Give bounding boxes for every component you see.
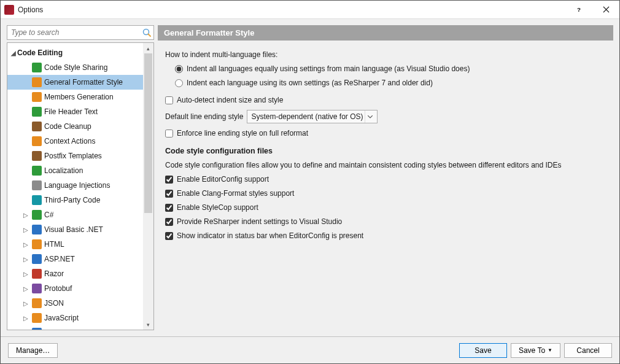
chevron-down-icon — [365, 110, 376, 123]
expand-icon[interactable]: ▷ — [22, 241, 29, 248]
svg-text:?: ? — [577, 6, 581, 13]
scroll-down-arrow[interactable]: ▾ — [143, 319, 153, 330]
resharper-indent-checkbox[interactable] — [165, 218, 173, 226]
indent-radio-2[interactable]: Indent each language using its own setti… — [165, 77, 606, 89]
tree-item[interactable]: Localization — [7, 163, 143, 178]
radio-label: Indent all languages equally using setti… — [187, 64, 470, 73]
tree-scrollbar[interactable]: ▴ ▾ — [143, 43, 153, 330]
checkbox-label: Enable Clang-Format styles support — [177, 189, 294, 198]
main-area: ◢Code EditingCode Style SharingGeneral F… — [1, 19, 619, 336]
tree-item-icon — [32, 166, 42, 176]
tree-item-icon — [32, 77, 42, 87]
tree-item-label: Third-Party Code — [44, 196, 100, 204]
tree-item-label: File Header Text — [44, 107, 98, 116]
tree-item-icon — [32, 328, 42, 330]
checkbox-label: Enable EditorConfig support — [177, 175, 269, 184]
help-icon: ? — [575, 6, 583, 14]
tree-root-label: Code Editing — [17, 48, 63, 57]
editorconfig-checkbox[interactable] — [165, 176, 173, 184]
cancel-button[interactable]: Cancel — [564, 343, 612, 358]
enforce-checkbox-row[interactable]: Enforce line ending style on full reform… — [165, 127, 606, 139]
tree-item[interactable]: ▷JavaScript — [7, 311, 143, 325]
indent-radio-1-input[interactable] — [175, 65, 183, 73]
collapse-icon[interactable]: ◢ — [10, 50, 17, 56]
scroll-track[interactable] — [143, 53, 153, 319]
expand-icon[interactable]: ▷ — [22, 227, 29, 233]
line-ending-combo[interactable]: System-dependent (native for OS) — [247, 110, 377, 123]
tree-item-icon — [32, 298, 42, 308]
tree-item[interactable]: General Formatter Style — [7, 75, 143, 90]
expand-icon[interactable]: ▷ — [22, 330, 29, 330]
indent-radio-2-input[interactable] — [175, 79, 183, 87]
autodetect-checkbox[interactable] — [165, 96, 173, 104]
window-title: Options — [18, 6, 565, 14]
tree-item[interactable]: ▷JSON — [7, 296, 143, 311]
expand-icon[interactable]: ▷ — [22, 300, 29, 307]
tree-item-label: C# — [44, 211, 53, 219]
editorconfig-checkbox-row[interactable]: Enable EditorConfig support — [165, 173, 606, 185]
close-button[interactable] — [592, 1, 619, 19]
tree-item[interactable]: ▷ASP.NET — [7, 252, 143, 266]
tree-item[interactable]: ▷Protobuf — [7, 281, 143, 296]
tree-item[interactable]: File Header Text — [7, 104, 143, 119]
tree-item-icon — [32, 151, 42, 161]
search-icon — [142, 28, 152, 37]
tree-item-icon — [32, 313, 42, 323]
expand-icon[interactable]: ▷ — [22, 285, 29, 292]
expand-icon[interactable]: ▷ — [22, 212, 29, 219]
tree-item-icon — [32, 225, 42, 234]
statusbar-indicator-checkbox[interactable] — [165, 232, 173, 240]
tree-item-icon — [32, 284, 42, 293]
search-button[interactable] — [141, 26, 153, 39]
tree-item[interactable]: Code Cleanup — [7, 119, 143, 134]
help-button[interactable]: ? — [565, 1, 592, 19]
save-button[interactable]: Save — [459, 343, 507, 358]
search-wrap — [7, 25, 154, 40]
search-input[interactable] — [7, 25, 154, 40]
tree-item[interactable]: Context Actions — [7, 134, 143, 149]
tree-item[interactable]: Code Style Sharing — [7, 60, 143, 75]
tree-root[interactable]: ◢Code Editing — [7, 45, 143, 60]
content-body: How to indent multi-language files: Inde… — [158, 41, 613, 330]
tree-item[interactable]: Language Injections — [7, 178, 143, 193]
manage-button[interactable]: Manage… — [8, 343, 58, 358]
expand-icon[interactable]: ▷ — [22, 256, 29, 263]
tree-item[interactable]: Postfix Templates — [7, 149, 143, 163]
tree-item[interactable]: ▷Visual Basic .NET — [7, 222, 143, 237]
statusbar-indicator-checkbox-row[interactable]: Show indicator in status bar when Editor… — [165, 230, 606, 242]
stylecop-checkbox[interactable] — [165, 204, 173, 212]
tree[interactable]: ◢Code EditingCode Style SharingGeneral F… — [7, 43, 143, 330]
button-label: Manage… — [16, 346, 50, 355]
tree-item-label: Razor — [44, 269, 64, 278]
tree-item-label: Localization — [44, 166, 83, 175]
stylecop-checkbox-row[interactable]: Enable StyleCop support — [165, 201, 606, 214]
tree-item-icon — [32, 269, 42, 279]
titlebar: Options ? — [1, 1, 619, 19]
tree-item[interactable]: ▷C# — [7, 207, 143, 222]
tree-item[interactable]: ▷Razor — [7, 266, 143, 281]
combo-value: System-dependent (native for OS) — [251, 112, 363, 121]
tree-item[interactable]: Third-Party Code — [7, 193, 143, 207]
indent-radio-1[interactable]: Indent all languages equally using setti… — [165, 63, 606, 75]
autodetect-checkbox-row[interactable]: Auto-detect indent size and style — [165, 94, 606, 106]
tree-item[interactable]: ▷TypeScript — [7, 325, 143, 330]
clangformat-checkbox[interactable] — [165, 190, 173, 198]
app-icon — [4, 5, 14, 15]
clangformat-checkbox-row[interactable]: Enable Clang-Format styles support — [165, 187, 606, 199]
button-label: Save — [475, 346, 491, 355]
tree-item[interactable]: Members Generation — [7, 90, 143, 104]
tree-item-label: Postfix Templates — [44, 152, 102, 160]
expand-icon[interactable]: ▷ — [22, 271, 29, 277]
scroll-thumb[interactable] — [144, 53, 152, 213]
close-icon — [603, 6, 610, 13]
button-label: Save To — [519, 346, 545, 355]
tree-item[interactable]: ▷HTML — [7, 237, 143, 252]
checkbox-label: Enforce line ending style on full reform… — [177, 129, 308, 137]
save-to-button[interactable]: Save To ▼ — [511, 343, 560, 358]
tree-item-icon — [32, 92, 42, 102]
tree-item-icon — [32, 180, 42, 190]
expand-icon[interactable]: ▷ — [22, 315, 29, 322]
scroll-up-arrow[interactable]: ▴ — [143, 43, 153, 53]
resharper-indent-checkbox-row[interactable]: Provide ReSharper indent settings to Vis… — [165, 215, 606, 228]
enforce-checkbox[interactable] — [165, 130, 173, 137]
